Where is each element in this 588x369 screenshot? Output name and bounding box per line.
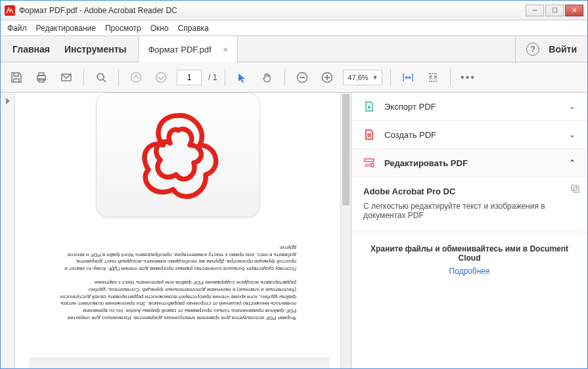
search-icon[interactable]: [92, 68, 110, 87]
fit-page-icon[interactable]: [424, 68, 442, 87]
toolbar: / 1 47,6% ▼ •••: [1, 62, 587, 93]
triangle-right-icon: [6, 98, 10, 104]
print-icon[interactable]: [32, 68, 51, 87]
document-text-mirrored: Формат PDF используется для хранения эле…: [60, 237, 296, 321]
svg-point-8: [156, 72, 166, 82]
email-icon[interactable]: [57, 68, 76, 87]
scrollbar-thumb[interactable]: [342, 94, 350, 206]
cloud-promo: Храните файлы и обменивайтесь ими в Docu…: [351, 232, 587, 288]
close-tab-icon[interactable]: ×: [223, 45, 229, 54]
svg-rect-18: [371, 163, 374, 167]
doc-paragraph-2: Поэтому существует большое количество ра…: [60, 244, 296, 272]
svg-rect-19: [572, 185, 577, 190]
svg-rect-17: [365, 163, 371, 167]
tab-tools[interactable]: Инструменты: [64, 44, 127, 54]
zoom-value: 47,6%: [348, 74, 368, 81]
app-icon: [5, 5, 15, 16]
chevron-down-icon: ⌄: [569, 102, 576, 111]
cloud-learn-more-link[interactable]: Подробнее: [363, 267, 576, 276]
promo-panel: Adobe Acrobat Pro DC С легкостью редакти…: [351, 177, 587, 232]
copy-icon[interactable]: [570, 184, 579, 193]
export-pdf-label: Экспорт PDF: [384, 102, 436, 112]
svg-line-6: [103, 79, 106, 82]
tab-left-group: Главная Инструменты: [1, 36, 138, 62]
create-pdf-label: Создать PDF: [384, 130, 436, 140]
more-tools-icon[interactable]: •••: [459, 68, 477, 87]
pdf-page: Формат PDF используется для хранения эле…: [40, 93, 316, 321]
svg-rect-16: [365, 159, 374, 162]
minimize-button[interactable]: ─: [526, 5, 544, 16]
document-viewport[interactable]: Формат PDF используется для хранения эле…: [15, 93, 340, 368]
chevron-up-icon: ⌃: [569, 158, 576, 167]
svg-point-7: [131, 72, 141, 82]
selection-tool-icon[interactable]: [233, 68, 252, 87]
save-icon[interactable]: [7, 68, 26, 87]
window-title: Формат PDF.pdf - Adobe Acrobat Reader DC: [19, 6, 526, 15]
cloud-text: Храните файлы и обменивайтесь ими в Docu…: [363, 244, 576, 263]
document-tab-label: Формат PDF.pdf: [148, 45, 211, 54]
promo-title: Adobe Acrobat Pro DC: [363, 186, 576, 196]
svg-rect-20: [574, 187, 579, 192]
fit-width-icon[interactable]: [399, 68, 417, 87]
edit-pdf-icon: [363, 157, 375, 169]
pdf-logo-image: [96, 93, 260, 217]
zoom-out-icon[interactable]: [293, 68, 311, 87]
svg-point-5: [97, 74, 104, 80]
menu-help[interactable]: Справка: [178, 24, 209, 33]
zoom-in-icon[interactable]: [318, 68, 336, 87]
vertical-scrollbar[interactable]: [340, 93, 351, 368]
sign-in-button[interactable]: Войти: [549, 44, 577, 54]
help-icon[interactable]: ?: [526, 43, 539, 56]
horizontal-scrollbar[interactable]: [30, 358, 330, 368]
page-down-icon[interactable]: [152, 68, 170, 87]
export-pdf-tool[interactable]: Экспорт PDF ⌄: [351, 93, 587, 121]
menu-window[interactable]: Окно: [150, 24, 169, 33]
menubar: Файл Редактирование Просмотр Окно Справк…: [1, 20, 587, 36]
svg-rect-2: [39, 73, 44, 76]
edit-pdf-tool[interactable]: Редактировать PDF ⌃: [351, 149, 587, 177]
promo-text: С легкостью редактируйте текст и изображ…: [363, 202, 576, 220]
doc-paragraph-1: Формат PDF используется для хранения эле…: [60, 278, 296, 321]
close-button[interactable]: ✕: [565, 5, 583, 16]
tab-strip: Главная Инструменты Формат PDF.pdf × ? В…: [1, 36, 587, 62]
create-pdf-icon: [363, 129, 375, 141]
navigation-pane-toggle[interactable]: [1, 93, 15, 368]
export-pdf-icon: [363, 100, 375, 112]
tab-right-group: ? Войти: [515, 36, 587, 62]
chevron-down-icon: ▼: [373, 74, 378, 81]
menu-file[interactable]: Файл: [7, 24, 27, 33]
document-tab[interactable]: Формат PDF.pdf ×: [138, 36, 238, 62]
menu-view[interactable]: Просмотр: [105, 24, 141, 33]
svg-rect-0: [5, 5, 15, 16]
page-up-icon[interactable]: [127, 68, 145, 87]
svg-rect-15: [367, 133, 371, 137]
zoom-dropdown[interactable]: 47,6% ▼: [343, 70, 382, 85]
edit-pdf-label: Редактировать PDF: [384, 158, 468, 168]
document-area: Формат PDF используется для хранения эле…: [1, 93, 351, 368]
menu-edit[interactable]: Редактирование: [36, 24, 96, 33]
content-area: Формат PDF используется для хранения эле…: [1, 93, 587, 368]
tools-panel: Экспорт PDF ⌄ Создать PDF ⌄ Редактироват…: [351, 93, 587, 368]
titlebar: Формат PDF.pdf - Adobe Acrobat Reader DC…: [1, 1, 587, 20]
page-number-input[interactable]: [177, 70, 202, 85]
maximize-button[interactable]: ☐: [545, 5, 564, 16]
page-total-label: / 1: [208, 73, 217, 82]
tab-home[interactable]: Главная: [12, 44, 50, 54]
window-controls: ─ ☐ ✕: [526, 5, 583, 16]
chevron-down-icon: ⌄: [569, 130, 576, 139]
create-pdf-tool[interactable]: Создать PDF ⌄: [351, 121, 587, 149]
app-window: Формат PDF.pdf - Adobe Acrobat Reader DC…: [0, 0, 588, 369]
hand-tool-icon[interactable]: [258, 68, 277, 87]
